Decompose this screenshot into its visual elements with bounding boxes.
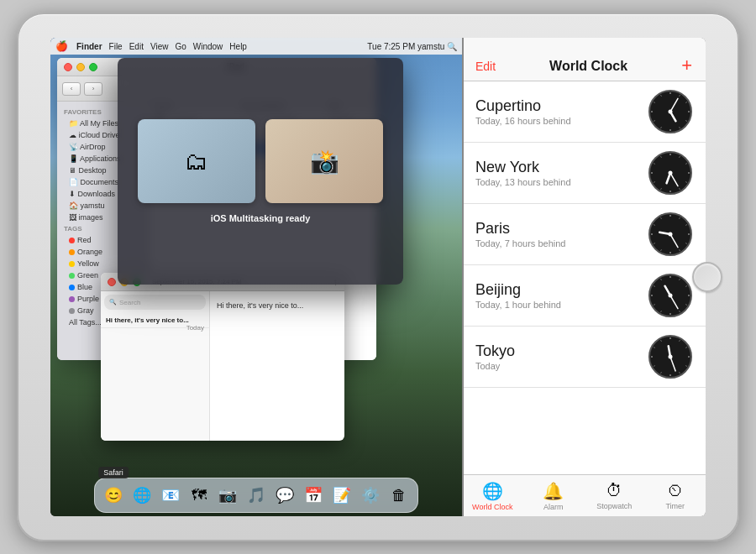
clock-info: CupertinoToday, 16 hours behind: [475, 97, 638, 127]
clock-time-info: Today, 1 hour behind: [475, 300, 638, 310]
mail-window: September 15, 2015, 7:24 PM ↑ 🔍 Search: [101, 273, 344, 441]
svg-point-47: [669, 233, 673, 237]
ios-multitask-overlay: 🗂 📸 iOS Multitasking ready: [118, 58, 403, 285]
svg-point-79: [669, 355, 673, 359]
clock-list-item: BeijingToday, 1 hour behind: [462, 265, 706, 327]
tab-alarm[interactable]: 🔔Alarm: [523, 481, 585, 511]
clock-list-item: CupertinoToday, 16 hours behind: [462, 81, 706, 143]
clock-time-info: Today, 16 hours behind: [475, 116, 638, 126]
clock-info: ParisToday, 7 hours behind: [475, 220, 638, 249]
ios-app-card-2[interactable]: 📸: [265, 119, 383, 203]
panel-title: World Clock: [549, 59, 627, 74]
menu-finder[interactable]: Finder: [76, 42, 102, 51]
clock-list: CupertinoToday, 16 hours behindNew YorkT…: [462, 81, 706, 474]
minimize-button[interactable]: [76, 63, 85, 71]
maximize-button[interactable]: [89, 63, 97, 71]
mail-body: 🔍 Search Hi there, it's very nice to... …: [101, 291, 344, 441]
clock-info: New YorkToday, 13 hours behind: [475, 159, 638, 188]
dock-icon-itunes[interactable]: 🎵: [243, 482, 270, 509]
tab-timer[interactable]: ⏲Timer: [645, 481, 706, 510]
mail-time: Today: [186, 324, 204, 332]
tab-label-1: Alarm: [543, 503, 564, 511]
home-button[interactable]: [692, 262, 722, 292]
dock-icon-photos[interactable]: 📷: [214, 482, 241, 509]
dock-icon-notes[interactable]: 📝: [328, 482, 355, 509]
mail-list-item[interactable]: Hi there, it's very nice to... Today: [101, 313, 209, 328]
search-icon: 🔍: [109, 299, 117, 306]
mail-search-input[interactable]: 🔍 Search: [104, 295, 206, 310]
ios-app-card-1[interactable]: 🗂: [138, 119, 255, 203]
menu-file[interactable]: File: [109, 42, 123, 51]
finder-icon: 😊: [104, 486, 123, 504]
clock-time-info: Today: [475, 361, 638, 371]
analog-clock: [648, 335, 692, 379]
dock-icon-maps[interactable]: 🗺: [186, 482, 213, 509]
clock-city: Beijing: [475, 281, 638, 300]
dock-icon-messages[interactable]: 💬: [271, 482, 298, 509]
mail-content: Hi there, it's very nice to...: [210, 291, 344, 441]
clock-time-info: Today, 13 hours behind: [475, 177, 638, 187]
mail-search-area: 🔍 Search: [101, 291, 209, 313]
tab-label-3: Timer: [665, 502, 685, 510]
clock-info: TokyoToday: [475, 342, 638, 372]
search-placeholder: Search: [119, 299, 140, 306]
mac-dock: 😊 Safari 🌐 📧 🗺 📷 🎵 💬 📅 📝 ⚙️ 🗑: [94, 478, 418, 513]
menu-window[interactable]: Window: [193, 42, 223, 51]
tab-world-clock[interactable]: 🌐World Clock: [462, 481, 523, 511]
tab-label-2: Stopwatch: [596, 502, 632, 510]
tab-label-0: World Clock: [472, 503, 512, 511]
svg-point-63: [669, 294, 673, 298]
close-button[interactable]: [64, 63, 72, 71]
clock-city: Paris: [475, 220, 638, 238]
ios-overlay-label: iOS Multitasking ready: [211, 213, 311, 223]
analog-clock: [648, 90, 692, 133]
menubar-right: Tue 7:25 PM yamstu 🔍: [367, 42, 457, 51]
tab-icon-0: 🌐: [482, 481, 503, 501]
menu-go[interactable]: Go: [175, 42, 186, 51]
mail-sender: Hi there, it's very nice to...: [106, 316, 189, 324]
dock-icon-calendar[interactable]: 📅: [300, 482, 327, 509]
clock-list-item: TokyoToday: [462, 327, 706, 388]
analog-clock: [648, 151, 692, 195]
clock-city: Tokyo: [475, 342, 638, 361]
clock-city: New York: [475, 159, 638, 177]
mail-close-btn[interactable]: [108, 278, 116, 286]
svg-point-31: [669, 171, 673, 175]
edit-button[interactable]: Edit: [475, 60, 496, 73]
dock-icon-trash[interactable]: 🗑: [386, 482, 412, 509]
dock-icon-prefs[interactable]: ⚙️: [357, 482, 384, 509]
ios-clock-panel: Edit World Clock + CupertinoToday, 16 ho…: [462, 38, 706, 516]
ipad-shell: 🍎 Finder File Edit View Go Window Help T…: [17, 13, 739, 541]
clock-time-info: Today, 7 hours behind: [475, 238, 638, 248]
menu-edit[interactable]: Edit: [129, 42, 144, 51]
clock-list-item: New YorkToday, 13 hours behind: [462, 143, 706, 204]
analog-clock: [648, 212, 692, 256]
tab-stopwatch[interactable]: ⏱Stopwatch: [584, 481, 645, 510]
panel-divider: [462, 38, 464, 516]
forward-button[interactable]: ›: [84, 82, 102, 96]
ios-panel-header: Edit World Clock +: [462, 38, 706, 81]
ipad-screen: 🍎 Finder File Edit View Go Window Help T…: [50, 38, 706, 516]
ios-tabbar: 🌐World Clock🔔Alarm⏱Stopwatch⏲Timer: [462, 474, 706, 516]
mac-desktop: 🍎 Finder File Edit View Go Window Help T…: [50, 38, 462, 516]
menu-help[interactable]: Help: [229, 42, 247, 51]
tab-icon-3: ⏲: [667, 481, 684, 500]
analog-clock: [648, 274, 692, 317]
mail-list: 🔍 Search Hi there, it's very nice to... …: [101, 291, 210, 441]
clock-info: BeijingToday, 1 hour behind: [475, 281, 638, 311]
dock-icon-safari[interactable]: 🌐: [129, 482, 155, 509]
tab-icon-1: 🔔: [543, 481, 564, 501]
apple-menu[interactable]: 🍎: [55, 40, 68, 52]
tab-icon-2: ⏱: [606, 481, 622, 500]
menu-view[interactable]: View: [150, 42, 169, 51]
dock-icon-mail[interactable]: 📧: [157, 482, 184, 509]
back-button[interactable]: ‹: [62, 82, 81, 96]
dock-icon-finder[interactable]: 😊 Safari: [100, 482, 127, 509]
clock-list-item: ParisToday, 7 hours behind: [462, 204, 706, 265]
mac-menubar: 🍎 Finder File Edit View Go Window Help T…: [50, 38, 462, 55]
ios-app-row: 🗂 📸: [138, 119, 383, 203]
add-clock-button[interactable]: +: [681, 56, 692, 75]
svg-point-15: [669, 110, 673, 114]
menubar-status: Tue 7:25 PM yamstu 🔍: [367, 42, 457, 51]
mail-content-body: Hi there, it's very nice to...: [217, 301, 338, 310]
